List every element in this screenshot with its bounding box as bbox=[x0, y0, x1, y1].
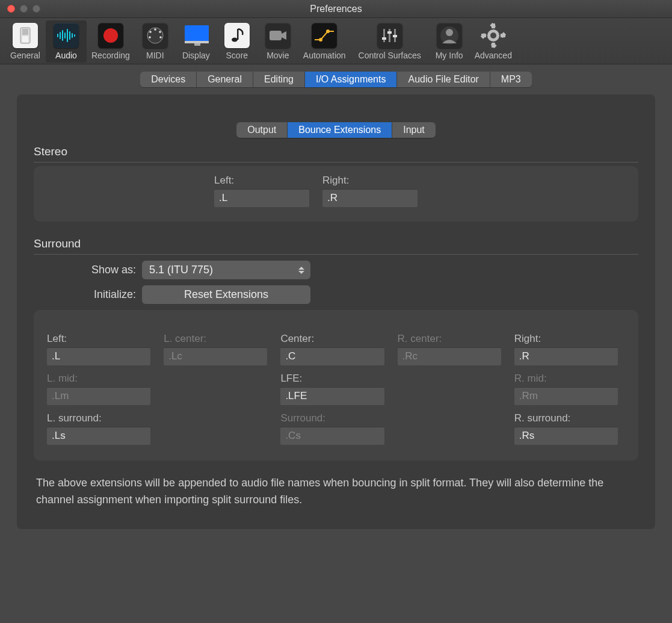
toolbar-label: Display bbox=[182, 51, 210, 60]
tab-output[interactable]: Output bbox=[236, 122, 288, 138]
person-icon bbox=[437, 23, 462, 48]
svg-rect-27 bbox=[383, 29, 385, 42]
surround-lsurround-input[interactable] bbox=[47, 427, 150, 445]
surround-csurround-label: Surround: bbox=[280, 412, 384, 424]
surround-center-label: Center: bbox=[280, 333, 384, 345]
stereo-right-input[interactable] bbox=[322, 189, 418, 207]
camera-icon bbox=[265, 23, 291, 48]
zoom-icon[interactable] bbox=[32, 5, 40, 13]
surround-lsurround-label: L. surround: bbox=[47, 412, 150, 424]
svg-point-17 bbox=[159, 36, 162, 39]
surround-rsurround-input[interactable] bbox=[514, 427, 618, 445]
toolbar-label: Movie bbox=[267, 51, 289, 60]
stereo-panel: Left: Right: bbox=[34, 166, 638, 222]
toolbar-label: Advanced bbox=[475, 51, 512, 60]
traffic-lights bbox=[7, 5, 40, 13]
surround-csurround-input[interactable] bbox=[280, 427, 384, 445]
toolbar-label: Control Surfaces bbox=[359, 51, 421, 60]
tab-mp3[interactable]: MP3 bbox=[490, 72, 532, 87]
toolbar-score[interactable]: Score bbox=[217, 20, 257, 63]
surround-heading: Surround bbox=[34, 237, 638, 255]
tab-io-assignments[interactable]: I/O Assignments bbox=[305, 72, 398, 87]
svg-point-26 bbox=[326, 29, 330, 33]
show-as-label: Show as: bbox=[34, 264, 136, 276]
close-icon[interactable] bbox=[7, 5, 15, 13]
svg-rect-28 bbox=[389, 29, 390, 42]
surround-lfe-label: LFE: bbox=[280, 373, 384, 385]
tab-general[interactable]: General bbox=[197, 72, 253, 87]
svg-point-16 bbox=[149, 36, 151, 39]
stereo-left-input[interactable] bbox=[214, 189, 309, 207]
svg-point-15 bbox=[159, 31, 161, 33]
initialize-row: Initialize: Reset Extensions bbox=[34, 285, 638, 304]
tab-input[interactable]: Input bbox=[392, 122, 436, 138]
tab-bounce-extensions[interactable]: Bounce Extensions bbox=[288, 122, 392, 138]
waveform-icon bbox=[54, 23, 79, 48]
toolbar-label: General bbox=[10, 51, 40, 60]
svg-rect-18 bbox=[185, 25, 209, 41]
svg-point-14 bbox=[149, 31, 152, 33]
toolbar: General Audio Recording bbox=[0, 18, 672, 64]
toolbar-label: Audio bbox=[55, 51, 77, 60]
svg-point-22 bbox=[232, 38, 238, 42]
svg-rect-19 bbox=[185, 41, 209, 43]
surround-right-input[interactable] bbox=[514, 347, 618, 365]
switch-icon bbox=[13, 23, 38, 48]
toolbar-automation[interactable]: Automation bbox=[298, 20, 351, 63]
surround-rcenter-input[interactable] bbox=[398, 347, 501, 365]
toolbar-label: MIDI bbox=[146, 51, 164, 60]
svg-rect-23 bbox=[237, 29, 239, 40]
tab-audio-file-editor[interactable]: Audio File Editor bbox=[397, 72, 490, 87]
toolbar-display[interactable]: Display bbox=[176, 20, 217, 63]
surround-left-label: Left: bbox=[47, 333, 150, 345]
toolbar-midi[interactable]: MIDI bbox=[135, 20, 176, 63]
surround-rsurround-label: R. surround: bbox=[514, 412, 618, 424]
svg-rect-2 bbox=[22, 36, 28, 42]
surround-rcenter-label: R. center: bbox=[398, 333, 501, 345]
svg-rect-31 bbox=[387, 31, 392, 34]
primary-tabs: Devices General Editing I/O Assignments … bbox=[0, 72, 672, 87]
surround-rmid-label: R. mid: bbox=[514, 373, 618, 385]
svg-rect-20 bbox=[194, 43, 200, 46]
monitor-icon bbox=[183, 23, 209, 48]
toolbar-general[interactable]: General bbox=[5, 20, 46, 63]
svg-point-25 bbox=[319, 38, 322, 42]
note-icon bbox=[224, 23, 250, 48]
svg-rect-30 bbox=[382, 37, 386, 40]
toolbar-advanced[interactable]: Advanced bbox=[470, 20, 517, 63]
automation-icon bbox=[312, 23, 337, 48]
surround-lcenter-input[interactable] bbox=[164, 347, 267, 365]
initialize-label: Initialize: bbox=[34, 288, 136, 301]
toolbar-label: Score bbox=[226, 51, 248, 60]
show-as-row: Show as: 5.1 (ITU 775) bbox=[34, 261, 638, 279]
svg-point-11 bbox=[103, 28, 118, 43]
surround-left-input[interactable] bbox=[47, 347, 150, 365]
reset-extensions-button[interactable]: Reset Extensions bbox=[142, 285, 310, 304]
show-as-select[interactable]: 5.1 (ITU 775) bbox=[142, 261, 310, 279]
secondary-tabs: Output Bounce Extensions Input bbox=[17, 122, 655, 138]
window-title: Preferences bbox=[310, 4, 362, 14]
explanation-text: The above extensions will be appended to… bbox=[36, 475, 638, 509]
show-as-value: 5.1 (ITU 775) bbox=[149, 264, 213, 276]
record-icon bbox=[98, 23, 123, 48]
tab-devices[interactable]: Devices bbox=[140, 72, 197, 87]
svg-rect-1 bbox=[22, 29, 28, 35]
surround-rmid-input[interactable] bbox=[514, 387, 618, 405]
toolbar-audio[interactable]: Audio bbox=[46, 20, 87, 63]
toolbar-label: Recording bbox=[91, 51, 130, 60]
svg-point-13 bbox=[154, 28, 156, 31]
stereo-right-label: Right: bbox=[322, 175, 418, 187]
toolbar-movie[interactable]: Movie bbox=[257, 20, 298, 63]
toolbar-label: My Info bbox=[436, 51, 463, 60]
tab-editing[interactable]: Editing bbox=[253, 72, 305, 87]
surround-lmid-input[interactable] bbox=[47, 387, 150, 405]
surround-lfe-input[interactable] bbox=[280, 387, 384, 405]
toolbar-recording[interactable]: Recording bbox=[87, 20, 135, 63]
toolbar-control-surfaces[interactable]: Control Surfaces bbox=[351, 20, 429, 63]
svg-point-44 bbox=[490, 33, 496, 39]
minimize-icon[interactable] bbox=[20, 5, 28, 13]
toolbar-myinfo[interactable]: My Info bbox=[429, 20, 470, 63]
surround-panel: Left: L. center: Center: R. center: Righ… bbox=[34, 310, 638, 460]
gear-icon bbox=[481, 23, 506, 48]
surround-center-input[interactable] bbox=[280, 347, 384, 365]
